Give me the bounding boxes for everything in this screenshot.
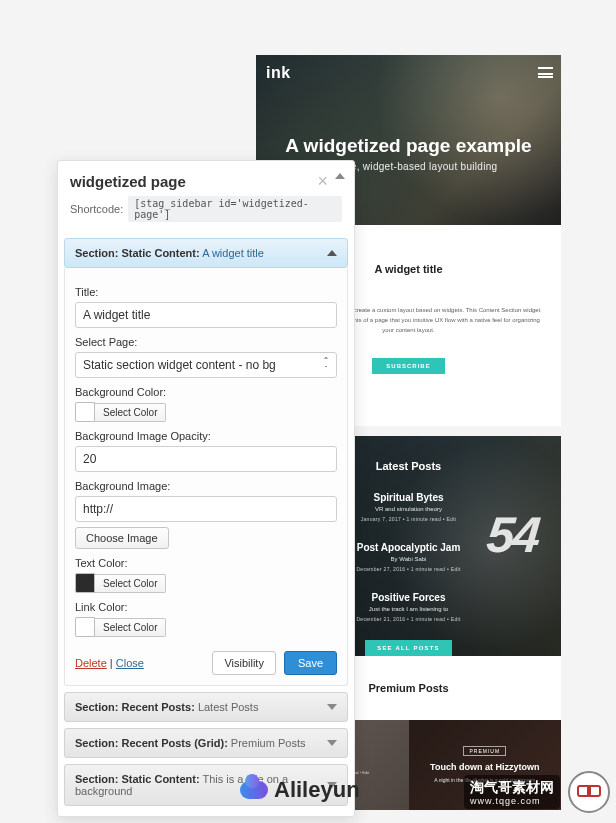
brand-logo: ink [266, 64, 291, 82]
chevron-down-icon [327, 740, 337, 746]
section-value: Premium Posts [231, 737, 306, 749]
section-body: Title: Select Page: Static section widge… [64, 268, 348, 686]
shortcode-row: Shortcode: [stag_sidebar id='widgetized-… [58, 196, 354, 232]
watermark-text: Alileyun [274, 777, 360, 803]
footer-left: Delete | Close [75, 657, 144, 669]
mascot-icon [568, 771, 610, 813]
link-color-swatch[interactable] [75, 617, 95, 637]
close-link[interactable]: Close [116, 657, 144, 669]
widget-admin-panel: widgetized page × Shortcode: [stag_sideb… [57, 160, 355, 817]
chevron-down-icon [327, 704, 337, 710]
bg-opacity-label: Background Image Opacity: [75, 430, 337, 442]
premium-tag: PREMIUM [463, 746, 506, 756]
section-header-recent-posts-grid[interactable]: Section: Recent Posts (Grid): Premium Po… [64, 728, 348, 758]
see-all-posts-button[interactable]: SEE ALL POSTS [365, 640, 452, 656]
bg-color-label: Background Color: [75, 386, 337, 398]
close-icon[interactable]: × [317, 171, 328, 192]
link-color-label: Link Color: [75, 601, 337, 613]
section-label: Section: Static Content: [75, 773, 200, 785]
title-label: Title: [75, 286, 337, 298]
watermark-badge: 淘气哥素材网 www.tqge.com [464, 775, 560, 809]
select-page-dropdown[interactable]: Static section widget content - no bg [75, 352, 337, 378]
watermark-alileyun: Alileyun [240, 777, 360, 803]
chevron-up-icon [327, 250, 337, 256]
bg-image-label: Background Image: [75, 480, 337, 492]
subscribe-button[interactable]: SUBSCRIBE [372, 358, 444, 374]
visibility-button[interactable]: Visibility [212, 651, 276, 675]
bg-image-input[interactable] [75, 496, 337, 522]
save-button[interactable]: Save [284, 651, 337, 675]
select-page-label: Select Page: [75, 336, 337, 348]
section-label: Section: Recent Posts: [75, 701, 195, 713]
section-label: Section: Static Content: [75, 247, 200, 259]
watermark-url: www.tqge.com [470, 796, 554, 807]
choose-image-button[interactable]: Choose Image [75, 527, 169, 549]
panel-title: widgetized page [70, 173, 342, 190]
shortcode-label: Shortcode: [70, 203, 123, 215]
delete-link[interactable]: Delete [75, 657, 107, 669]
section-label: Section: Recent Posts (Grid): [75, 737, 228, 749]
cloud-icon [240, 781, 268, 799]
title-input[interactable] [75, 302, 337, 328]
hero-title: A widgetized page example [256, 135, 561, 157]
bg-opacity-input[interactable] [75, 446, 337, 472]
hamburger-icon[interactable] [538, 67, 553, 78]
section-header-recent-posts[interactable]: Section: Recent Posts: Latest Posts [64, 692, 348, 722]
watermark-tqge: 淘气哥素材网 www.tqge.com [464, 771, 610, 813]
text-color-select-button[interactable]: Select Color [95, 574, 166, 593]
watermark-main: 淘气哥素材网 [470, 779, 554, 795]
link-color-select-button[interactable]: Select Color [95, 618, 166, 637]
panel-header: widgetized page × [58, 161, 354, 196]
section-value: Latest Posts [198, 701, 259, 713]
bg-color-select-button[interactable]: Select Color [95, 403, 166, 422]
section-header-static-content[interactable]: Section: Static Content: A widget title [64, 238, 348, 268]
text-color-swatch[interactable] [75, 573, 95, 593]
shortcode-value: [stag_sidebar id='widgetized-page'] [128, 196, 342, 222]
section-value: A widget title [202, 247, 264, 259]
collapse-icon[interactable] [335, 173, 345, 179]
text-color-label: Text Color: [75, 557, 337, 569]
bg-color-swatch[interactable] [75, 402, 95, 422]
